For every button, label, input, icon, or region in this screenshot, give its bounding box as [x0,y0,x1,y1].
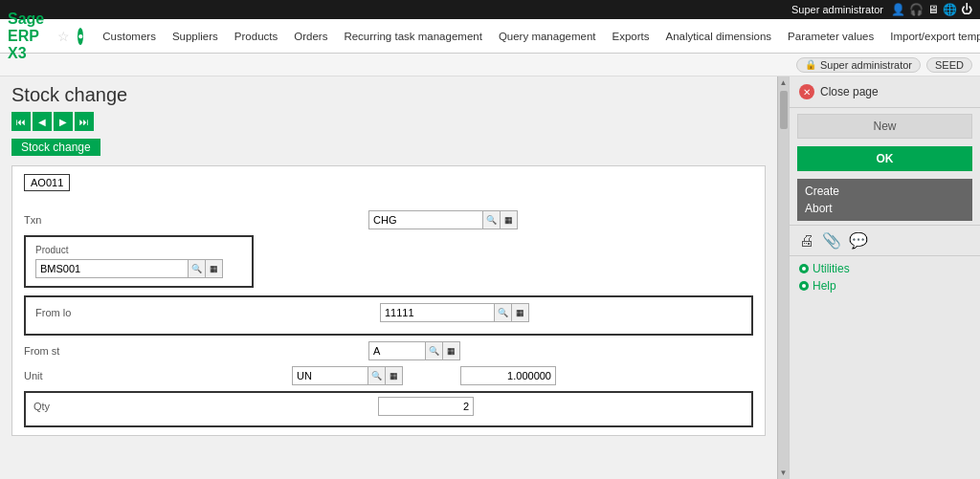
sidebar-utilities: Utilities Help [790,256,980,302]
nav-controls: ⏮ ◀ ▶ ⏭ [11,112,766,131]
help-label[interactable]: Help [813,279,836,293]
scrollbar[interactable]: ▲ ▼ [777,76,789,479]
create-button[interactable]: Create [805,183,965,200]
product-label: Product [35,245,242,255]
nav-bar: Sage ERP X3 ☆ ● Customers Suppliers Prod… [0,19,980,54]
first-button[interactable]: ⏮ [11,112,31,131]
nav-circle-icon[interactable]: ● [78,28,83,45]
user-badge: 🔒 Super administrator [796,57,921,73]
nav-parameter[interactable]: Parameter values [780,19,882,54]
nav-products[interactable]: Products [227,19,286,54]
unit-row: Unit 🔍 ▦ [24,366,753,385]
person-icon: 👤 [891,3,905,16]
scroll-down-arrow[interactable]: ▼ [780,468,788,477]
txn-input[interactable] [368,210,483,229]
sidebar: ✕ Close page New OK Create Abort 🖨 📎 💬 U… [789,76,980,479]
globe-icon: 🌐 [943,3,957,16]
headset-icon: 🎧 [909,3,924,16]
nav-suppliers[interactable]: Suppliers [165,19,227,54]
fromlo-label: From lo [35,307,169,318]
fromlo-search-btn[interactable]: 🔍 [495,303,512,322]
fromst-row: From st 🔍 ▦ [24,341,753,360]
user-badge-text: Super administrator [820,59,912,71]
sidebar-icons-row: 🖨 📎 💬 [790,225,980,256]
last-button[interactable]: ⏭ [75,112,94,131]
screen-icon: 🖥 [927,3,939,16]
utilities-label[interactable]: Utilities [813,262,850,275]
seed-badge-text: SEED [935,59,964,71]
form-main: AO011 Txn 🔍 ▦ Product 🔍 ▦ [11,165,766,436]
attachment-icon[interactable]: 📎 [822,231,841,250]
qty-label: Qty [33,401,167,412]
unit-input[interactable] [292,366,368,385]
unit-search-btn[interactable]: 🔍 [368,366,386,385]
secondary-bar: 🔒 Super administrator SEED [0,54,980,76]
nav-recurring[interactable]: Recurring task management [336,19,490,54]
product-search-btn[interactable]: 🔍 [189,259,206,278]
nav-menu: Customers Suppliers Products Orders Recu… [95,19,980,54]
page-title: Stock change [11,84,766,106]
sidebar-header: ✕ Close page [790,76,980,108]
prev-button[interactable]: ◀ [33,112,52,131]
fromlo-list-btn[interactable]: ▦ [512,303,529,322]
nav-logo: Sage ERP X3 [8,11,44,62]
txn-list-btn[interactable]: ▦ [501,210,518,229]
qty-section: Qty [24,391,753,427]
next-button[interactable]: ▶ [54,112,73,131]
utilities-item[interactable]: Utilities [799,262,970,275]
create-abort-block: Create Abort [797,179,972,221]
product-input[interactable] [35,259,189,278]
fromst-list-btn[interactable]: ▦ [443,341,460,360]
nav-import-export[interactable]: Import/export templates [882,19,980,54]
close-circle-icon[interactable]: ✕ [799,84,814,99]
top-bar: Super administrator 👤 🎧 🖥 🌐 ⏻ [0,0,980,19]
close-page-label: Close page [820,85,879,98]
unit-qty-input[interactable] [460,366,556,385]
product-list-btn[interactable]: ▦ [206,259,223,278]
product-section: Product 🔍 ▦ [24,235,254,288]
fromlo-row: From lo 🔍 ▦ [35,303,742,322]
power-icon: ⏻ [961,3,972,16]
scroll-up-arrow[interactable]: ▲ [780,78,788,87]
fromst-search-btn[interactable]: 🔍 [426,341,443,360]
txn-search-btn[interactable]: 🔍 [483,210,501,229]
nav-exports[interactable]: Exports [605,19,658,54]
fromst-label: From st [24,345,158,357]
main-layout: Stock change ⏮ ◀ ▶ ⏭ Stock change AO011 … [0,76,980,479]
nav-orders[interactable]: Orders [286,19,336,54]
seed-badge: SEED [926,57,972,73]
nav-analytical[interactable]: Analytical dimensions [658,19,781,54]
new-button[interactable]: New [797,114,972,139]
txn-label: Txn [24,214,158,226]
fromlo-input[interactable] [380,303,495,322]
unit-label: Unit [24,370,158,381]
help-item[interactable]: Help [799,279,970,293]
nav-customers[interactable]: Customers [95,19,165,54]
qty-input[interactable] [378,397,474,416]
logo-text[interactable]: Sage ERP X3 [8,11,44,62]
txn-row: Txn 🔍 ▦ [24,210,753,229]
comment-icon[interactable]: 💬 [849,231,868,250]
lock-icon: 🔒 [805,59,816,70]
tab-stock-change[interactable]: Stock change [11,139,100,156]
top-bar-user: Super administrator [791,4,883,15]
help-dot-icon [799,281,809,291]
ok-button[interactable]: OK [797,146,972,171]
qty-row: Qty [33,397,744,416]
fromst-input[interactable] [368,341,426,360]
abort-button[interactable]: Abort [805,200,965,217]
content-wrapper: Stock change ⏮ ◀ ▶ ⏭ Stock change AO011 … [0,76,777,479]
star-icon[interactable]: ☆ [57,29,70,44]
fromlo-section: From lo 🔍 ▦ [24,295,753,336]
nav-query[interactable]: Query management [491,19,605,54]
unit-list-btn[interactable]: ▦ [386,366,403,385]
utilities-dot-icon [799,264,809,273]
print-icon[interactable]: 🖨 [799,232,814,250]
scroll-thumb[interactable] [780,91,788,129]
site-value: AO011 [24,174,70,191]
